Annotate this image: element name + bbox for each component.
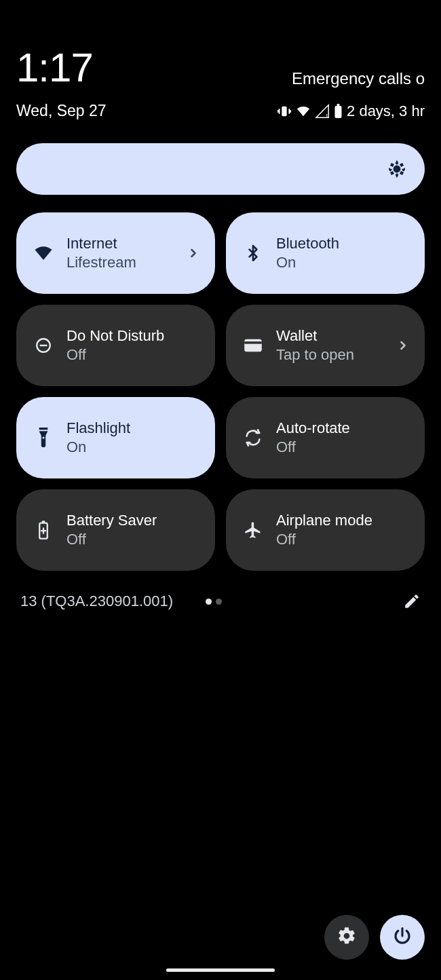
brightness-icon	[388, 160, 406, 178]
svg-rect-0	[282, 106, 286, 116]
tile-title: Battery Saver	[66, 512, 200, 529]
svg-rect-2	[335, 106, 342, 118]
battery-text: 2 days, 3 hr	[347, 102, 425, 120]
svg-text:!: !	[326, 113, 328, 119]
tile-subtitle: Off	[276, 439, 410, 455]
power-button[interactable]	[380, 915, 425, 960]
svg-rect-7	[244, 341, 262, 344]
autorotate-icon	[241, 428, 265, 447]
clock-time: 1:17	[16, 48, 93, 88]
build-number: 13 (TQ3A.230901.001)	[20, 592, 173, 610]
battery-saver-icon	[31, 520, 56, 540]
tile-flashlight[interactable]: Flashlight On	[16, 397, 215, 478]
brightness-slider[interactable]	[16, 143, 425, 195]
wallet-icon	[241, 338, 265, 353]
tile-title: Do Not Disturb	[66, 328, 200, 344]
tile-autorotate[interactable]: Auto-rotate Off	[226, 397, 425, 478]
signal-icon: !	[315, 104, 330, 119]
tile-title: Wallet	[276, 328, 385, 344]
tile-subtitle: Lifestream	[66, 255, 176, 271]
tile-wallet[interactable]: Wallet Tap to open	[226, 305, 425, 386]
tile-title: Internet	[66, 235, 176, 252]
tile-bluetooth[interactable]: Bluetooth On	[226, 212, 425, 294]
vibrate-icon	[277, 104, 292, 119]
tile-title: Bluetooth	[276, 235, 410, 252]
svg-rect-8	[39, 428, 48, 430]
tile-subtitle: Tap to open	[276, 347, 385, 363]
emergency-text: Emergency calls o	[292, 69, 425, 88]
gear-icon	[337, 926, 357, 949]
tile-dnd[interactable]: Do Not Disturb Off	[16, 305, 215, 386]
tile-subtitle: On	[276, 255, 410, 271]
page-dot-2	[216, 599, 222, 605]
pagination-dots[interactable]	[206, 599, 222, 605]
wifi-icon	[296, 104, 311, 119]
bluetooth-icon	[241, 243, 265, 263]
flashlight-icon	[31, 428, 56, 448]
tile-title: Auto-rotate	[276, 420, 410, 436]
tile-batterysaver[interactable]: Battery Saver Off	[16, 489, 215, 571]
wifi-icon	[31, 243, 56, 263]
tile-internet[interactable]: Internet Lifestream	[16, 212, 215, 294]
tile-subtitle: Off	[66, 347, 200, 363]
svg-point-9	[42, 436, 44, 438]
page-dot-1	[206, 599, 212, 605]
settings-button[interactable]	[324, 915, 369, 960]
status-bar: ! 2 days, 3 hr	[277, 102, 425, 120]
airplane-icon	[241, 521, 265, 540]
tile-airplane[interactable]: Airplane mode Off	[226, 489, 425, 571]
tile-subtitle: Off	[66, 531, 200, 548]
edit-tiles-button[interactable]	[403, 592, 421, 610]
chevron-right-icon[interactable]	[396, 339, 410, 352]
dnd-icon	[31, 337, 56, 354]
tile-title: Flashlight	[66, 420, 200, 436]
nav-pill[interactable]	[166, 968, 275, 972]
svg-rect-6	[244, 339, 262, 352]
date-text[interactable]: Wed, Sep 27	[16, 102, 107, 120]
svg-point-4	[394, 166, 400, 172]
tile-subtitle: On	[66, 439, 200, 455]
chevron-right-icon[interactable]	[187, 246, 200, 260]
tile-subtitle: Off	[276, 531, 410, 548]
battery-icon	[334, 104, 343, 119]
power-icon	[392, 926, 413, 949]
tile-title: Airplane mode	[276, 512, 410, 529]
svg-rect-11	[42, 521, 45, 523]
svg-rect-3	[337, 104, 340, 106]
